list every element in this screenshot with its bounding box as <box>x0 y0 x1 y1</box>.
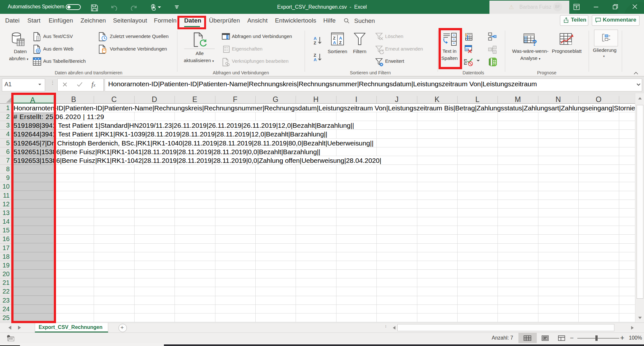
svg-text:?: ? <box>532 38 537 46</box>
svg-text:Z: Z <box>333 36 336 41</box>
svg-text:Z: Z <box>314 53 316 58</box>
svg-text:A: A <box>314 57 317 62</box>
svg-text:A: A <box>339 36 342 41</box>
svg-text:A: A <box>314 36 317 41</box>
svg-text:J: J <box>493 62 495 65</box>
svg-text:A: A <box>333 40 336 45</box>
svg-text:Z: Z <box>339 40 342 45</box>
svg-text:Z: Z <box>314 41 316 45</box>
